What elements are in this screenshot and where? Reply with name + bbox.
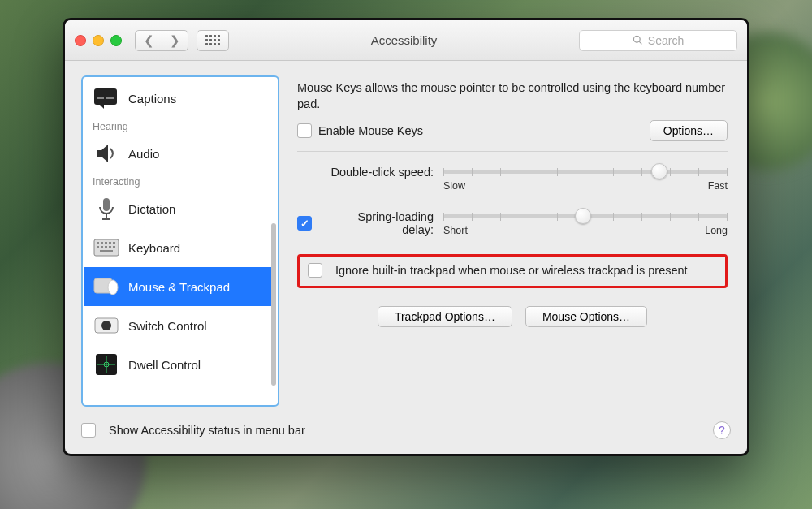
show-status-label: Show Accessibility status in menu bar	[109, 424, 305, 437]
svg-rect-14	[105, 246, 107, 248]
enable-mouse-keys-label: Enable Mouse Keys	[318, 124, 423, 137]
search-placeholder: Search	[648, 34, 684, 47]
svg-rect-9	[105, 242, 107, 244]
svg-rect-4	[106, 214, 107, 218]
spring-loading-delay-slider[interactable]	[443, 214, 728, 218]
svg-rect-3	[103, 198, 110, 211]
search-icon	[633, 35, 643, 45]
slider-min-label: Short	[443, 225, 468, 236]
sidebar-scrollbar[interactable]	[271, 223, 276, 386]
slider-max-label: Long	[705, 225, 728, 236]
dwell-control-icon	[93, 352, 120, 377]
sidebar-item-label: Mouse & Trackpad	[128, 280, 230, 294]
enable-mouse-keys-checkbox[interactable]	[297, 123, 312, 138]
svg-rect-8	[101, 242, 103, 244]
double-click-speed-label: Double-click speed:	[297, 165, 443, 179]
panel-bottom-buttons: Trackpad Options… Mouse Options…	[297, 306, 728, 327]
svg-rect-7	[97, 242, 99, 244]
speaker-icon	[93, 141, 120, 166]
sidebar-header-interacting: Interacting	[84, 173, 276, 189]
slider-thumb[interactable]	[651, 163, 667, 179]
slider-thumb[interactable]	[575, 208, 591, 224]
window-title: Accessibility	[237, 33, 571, 47]
double-click-speed-slider[interactable]	[443, 170, 728, 174]
sidebar-item-dwell-control[interactable]: Dwell Control	[84, 345, 276, 384]
switch-control-icon	[93, 313, 120, 338]
microphone-icon	[93, 196, 120, 221]
mouse-keys-description: Mouse Keys allows the mouse pointer to b…	[297, 80, 728, 112]
ignore-trackpad-checkbox[interactable]	[308, 263, 322, 278]
sidebar-item-audio[interactable]: Audio	[84, 134, 276, 173]
help-button[interactable]: ?	[713, 421, 731, 439]
svg-rect-0	[94, 88, 117, 105]
enable-mouse-keys-option[interactable]: Enable Mouse Keys	[297, 123, 423, 138]
sidebar-header-hearing: Hearing	[84, 118, 276, 134]
ignore-trackpad-label: Ignore built-in trackpad when mouse or w…	[335, 263, 688, 279]
sidebar-item-switch-control[interactable]: Switch Control	[84, 306, 276, 345]
svg-point-21	[102, 321, 111, 330]
trackpad-options-button[interactable]: Trackpad Options…	[378, 306, 512, 327]
double-click-speed-row: Double-click speed: Slow Fast	[297, 165, 728, 192]
svg-rect-15	[109, 246, 111, 248]
separator	[297, 151, 728, 152]
svg-rect-2	[106, 97, 114, 99]
svg-rect-13	[101, 246, 103, 248]
svg-rect-17	[100, 250, 113, 252]
mouse-options-button[interactable]: Mouse Options…	[525, 306, 647, 327]
window-body: Captions Hearing Audio Interacting Dicta…	[65, 61, 747, 413]
sidebar-item-label: Dwell Control	[128, 358, 201, 372]
ignore-trackpad-option-highlighted: Ignore built-in trackpad when mouse or w…	[297, 254, 728, 288]
spring-loading-label: Spring-loading delay:	[325, 210, 434, 236]
keyboard-icon	[93, 235, 120, 260]
sidebar-item-mouse-trackpad[interactable]: Mouse & Trackpad	[84, 267, 276, 306]
slider-min-label: Slow	[443, 180, 465, 192]
show-status-checkbox[interactable]	[81, 423, 96, 438]
close-icon[interactable]	[75, 35, 86, 46]
sidebar-item-label: Switch Control	[128, 319, 207, 333]
zoom-icon[interactable]	[110, 35, 122, 46]
svg-rect-11	[113, 242, 115, 244]
spring-loading-checkbox[interactable]	[297, 216, 312, 231]
captions-icon	[93, 86, 120, 110]
nav-back-forward: ❮ ❯	[135, 30, 188, 51]
settings-panel: Mouse Keys allows the mouse pointer to b…	[294, 75, 731, 407]
sidebar-item-label: Audio	[128, 147, 159, 161]
sidebar-item-captions[interactable]: Captions	[84, 79, 276, 118]
sidebar-item-label: Captions	[128, 92, 176, 106]
svg-rect-12	[97, 246, 99, 248]
sidebar-item-dictation[interactable]: Dictation	[84, 189, 276, 228]
sidebar-item-keyboard[interactable]: Keyboard	[84, 228, 276, 267]
svg-point-19	[108, 280, 118, 295]
svg-rect-5	[102, 218, 110, 220]
grid-icon	[205, 35, 220, 45]
sidebar-item-label: Dictation	[128, 202, 175, 216]
mouse-keys-options-button[interactable]: Options…	[650, 120, 728, 141]
sidebar-item-label: Keyboard	[128, 241, 180, 255]
spring-loading-delay-row: Spring-loading delay: Short Long	[297, 209, 728, 236]
svg-rect-1	[97, 97, 104, 99]
nav-back-button[interactable]: ❮	[136, 31, 162, 50]
preferences-window: ❮ ❯ Accessibility Search Captions	[63, 18, 749, 456]
mouse-trackpad-icon	[93, 274, 120, 299]
search-input[interactable]: Search	[579, 30, 737, 51]
svg-rect-10	[109, 242, 111, 244]
svg-rect-16	[113, 246, 115, 248]
show-all-button[interactable]	[197, 30, 229, 51]
window-controls	[75, 35, 122, 46]
titlebar: ❮ ❯ Accessibility Search	[65, 20, 747, 61]
sidebar: Captions Hearing Audio Interacting Dicta…	[81, 75, 279, 407]
minimize-icon[interactable]	[93, 35, 104, 46]
nav-forward-button[interactable]: ❯	[162, 31, 188, 50]
window-footer: Show Accessibility status in menu bar ?	[65, 413, 747, 454]
slider-max-label: Fast	[708, 180, 728, 192]
